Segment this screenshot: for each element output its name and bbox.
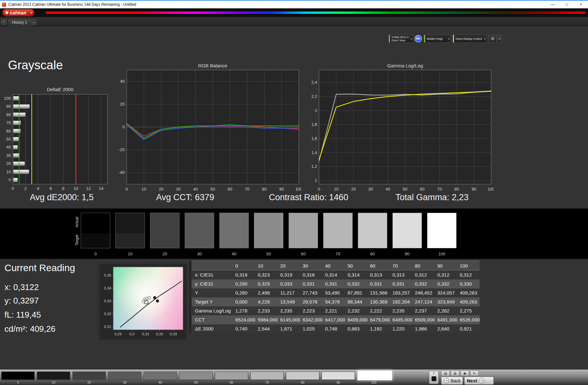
patch-button-label: 100	[357, 381, 391, 384]
svg-text:1,6: 1,6	[311, 136, 317, 141]
svg-text:1,8: 1,8	[311, 122, 317, 127]
close-button[interactable]: ×	[574, 1, 588, 8]
svg-text:1: 1	[315, 178, 317, 183]
table-row-label: Y	[192, 288, 233, 297]
table-cell: 0,000	[233, 297, 255, 306]
svg-text:0,31: 0,31	[142, 332, 149, 336]
table-cell: 88,344	[345, 297, 367, 306]
minimize-button[interactable]: —	[546, 1, 560, 8]
patch-button-80[interactable]	[286, 372, 319, 380]
next-button[interactable]: Next »	[464, 377, 494, 385]
reading-y-value: y: 0,3297	[4, 296, 39, 306]
table-col-header: 80	[412, 261, 435, 270]
table-cell: 0,748	[323, 324, 345, 333]
svg-text:2,4: 2,4	[311, 80, 317, 85]
settings-gear-button[interactable]: ⚙	[489, 35, 497, 43]
pattern-window-button[interactable]: ▲	[429, 371, 439, 384]
table-cell: 183,257	[390, 288, 412, 297]
maximize-button[interactable]: □	[560, 1, 574, 8]
table-cell: 0,883	[345, 324, 367, 333]
deltae-chart-plot: 100908070605040302010002468101214	[0, 94, 109, 193]
swatch-actual-half	[150, 213, 179, 233]
svg-text:1,4: 1,4	[311, 150, 317, 155]
table-cell: 324,057	[435, 288, 457, 297]
table-cell: 0,312	[435, 270, 457, 279]
display-tool-button[interactable]: ▤	[441, 371, 450, 376]
patch-button-label: 0	[1, 381, 35, 384]
patch-button-label: 90	[322, 381, 355, 384]
table-cell: 0,319	[278, 270, 300, 279]
svg-text:0: 0	[125, 187, 128, 192]
measurement-table: 0102030405060708090100x: CIE310,3180,323…	[192, 261, 480, 333]
window-title: Calman 2021 Calman Ultimate for Business…	[8, 2, 136, 7]
svg-text:30: 30	[176, 187, 181, 192]
source-select-dropdown[interactable]: Mobile Forge ▾	[424, 35, 451, 43]
table-cell: 6524,000	[233, 315, 255, 324]
table-col-header: 100	[457, 261, 480, 270]
svg-text:14: 14	[99, 186, 103, 191]
patch-button-0[interactable]	[1, 372, 35, 380]
options-menu-button[interactable]: ≡	[497, 35, 502, 43]
table-cell: 0,313	[367, 270, 390, 279]
svg-text:60: 60	[6, 129, 11, 133]
collapse-arrow-button[interactable]: ▸	[1, 19, 7, 25]
table-cell: 0,332	[345, 279, 367, 288]
svg-text:80: 80	[454, 187, 459, 192]
target-tool-button[interactable]: ◉	[460, 371, 469, 376]
swatch-level-label: 40	[219, 252, 249, 256]
table-cell: 13,549	[278, 297, 300, 306]
svg-text:10: 10	[73, 186, 78, 191]
svg-text:100: 100	[295, 187, 301, 192]
svg-text:8: 8	[62, 186, 64, 191]
meter-label: X-Rite i1Pro 3 Direct View	[391, 36, 408, 42]
table-cell: 0,331	[367, 279, 390, 288]
refresh-tool-button[interactable]: ↻	[470, 371, 479, 376]
report-tool-button[interactable]: ▥	[451, 371, 459, 376]
patch-button-70[interactable]	[250, 372, 284, 380]
black-square-icon	[432, 376, 436, 381]
calman-app-window: Calman 2021 Calman Ultimate for Business…	[0, 0, 588, 385]
table-cell: 2,499	[255, 288, 278, 297]
patch-button-90[interactable]	[322, 372, 355, 380]
table-cell: 248,452	[412, 288, 435, 297]
add-tab-button[interactable]: +	[31, 20, 37, 25]
next-arrows-icon: »	[479, 378, 484, 383]
table-cell: 0,332	[435, 279, 457, 288]
table-cell: 5984,000	[255, 315, 278, 324]
grayscale-swatch-10	[115, 213, 145, 248]
rgb-chart-title: RGB Balance	[127, 63, 299, 68]
tab-history-1[interactable]: History 1	[7, 18, 31, 27]
table-cell: 130,369	[367, 297, 390, 306]
table-cell: 0,332	[412, 279, 435, 288]
meter-select-dropdown[interactable]: X-Rite i1Pro 3 Direct View ▾	[389, 35, 413, 43]
display-control-dropdown[interactable]: Direct Display Control ▾	[453, 35, 487, 43]
table-cell: 0,331	[300, 279, 323, 288]
patch-button-label: 80	[286, 381, 319, 384]
svg-text:0,31: 0,31	[104, 325, 111, 329]
patch-button-50[interactable]	[179, 372, 213, 380]
table-cell: 6145,000	[278, 315, 300, 324]
table-col-header: 40	[323, 261, 345, 270]
calman-menu-button[interactable]: calman ▾	[3, 9, 34, 16]
swatch-target-half	[81, 233, 110, 248]
svg-text:100: 100	[4, 96, 11, 101]
svg-text:10: 10	[334, 187, 338, 192]
workflow-tab-bar: ▸ History 1 + X-Rite i1Pro 3 Direct View…	[0, 17, 588, 26]
patch-button-40[interactable]	[144, 372, 177, 380]
table-cell: 0,290	[233, 279, 255, 288]
svg-text:10: 10	[141, 187, 146, 192]
total-gamma-stat: Total Gamma: 2,23	[370, 193, 494, 205]
back-button[interactable]: « Back	[441, 377, 463, 385]
patch-button-10[interactable]	[37, 372, 70, 380]
patch-button-100[interactable]	[357, 370, 392, 381]
table-cell: 0,312	[412, 270, 435, 279]
patch-button-60[interactable]	[215, 372, 248, 380]
swatch-actual-half	[289, 213, 318, 233]
table-cell: 54,378	[323, 297, 345, 306]
table-cell: 409,263	[457, 288, 480, 297]
table-cell: 0,280	[233, 288, 255, 297]
patch-button-20[interactable]	[72, 372, 106, 380]
patch-button-30[interactable]	[108, 372, 141, 380]
swatch-level-label: 90	[392, 252, 422, 256]
table-col-header: 60	[367, 261, 390, 270]
